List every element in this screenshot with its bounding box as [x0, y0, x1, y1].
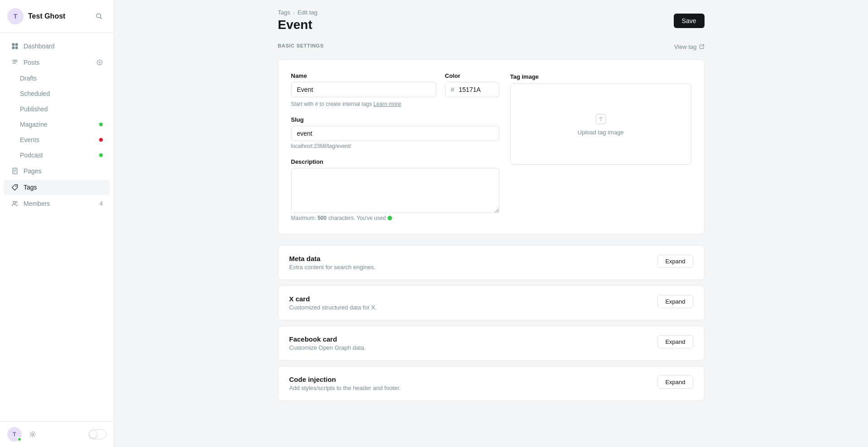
add-post-icon — [96, 59, 103, 66]
breadcrumb-current: Edit tag — [297, 9, 317, 16]
slug-group: Slug — [291, 116, 499, 141]
meta-title: Meta data — [289, 255, 376, 262]
sidebar-item-scheduled[interactable]: Scheduled — [13, 86, 110, 101]
sidebar-item-label: Posts — [24, 59, 39, 66]
facebook-card: Facebook card Customize Open Graph data.… — [278, 326, 705, 361]
sidebar-item-label: Magazine — [20, 121, 48, 128]
members-icon — [11, 200, 19, 208]
char-max-label: Maximum: 500 — [291, 215, 327, 221]
sidebar-item-label: Podcast — [20, 152, 43, 159]
external-link-icon — [699, 44, 705, 49]
learn-more-link[interactable]: Learn more — [374, 101, 401, 107]
podcast-badge — [99, 153, 103, 157]
sidebar-item-label: Published — [20, 105, 48, 113]
svg-rect-1 — [12, 43, 15, 46]
description-section: Description Maximum: 500 characters. You… — [291, 158, 499, 221]
meta-desc: Extra content for search engines. — [289, 264, 376, 271]
name-input[interactable] — [291, 82, 436, 97]
tag-image-upload[interactable]: Upload tag image — [510, 83, 691, 165]
tag-image-label: Tag image — [510, 73, 539, 80]
xcard-desc: Customized structured data for X. — [289, 304, 377, 311]
name-group: Name — [291, 72, 436, 97]
sidebar-header: Test Ghost T Test Ghost — [0, 0, 114, 33]
toggle-switch[interactable] — [88, 429, 106, 439]
description-input[interactable] — [291, 168, 499, 213]
main-content: Tags › Edit tag Event Save BASIC SETTING… — [114, 0, 868, 447]
breadcrumb-tags-link[interactable]: Tags — [278, 9, 290, 16]
search-button[interactable] — [92, 9, 106, 24]
char-hint-text: characters. You've used — [328, 215, 386, 221]
tags-icon — [11, 183, 19, 191]
xcard-title: X card — [289, 295, 377, 303]
svg-point-10 — [32, 433, 34, 435]
events-badge — [99, 138, 103, 142]
code-desc: Add styles/scripts to the header and foo… — [289, 385, 401, 391]
name-hint: Start with # to create internal tags Lea… — [291, 101, 499, 107]
code-injection-card: Code injection Add styles/scripts to the… — [278, 366, 705, 401]
color-label: Color — [445, 72, 499, 79]
xcard-card: X card Customized structured data for X.… — [278, 285, 705, 320]
expandable-sections: Meta data Extra content for search engin… — [278, 245, 705, 401]
desc-label: Description — [291, 158, 499, 165]
sidebar-item-members[interactable]: Members 4 — [4, 196, 110, 211]
avatar: Test Ghost T — [7, 8, 24, 24]
code-title: Code injection — [289, 376, 401, 383]
upload-icon — [595, 113, 607, 125]
color-group: Color # — [445, 72, 499, 97]
svg-rect-3 — [12, 47, 15, 49]
color-hash: # — [446, 82, 458, 97]
settings-button[interactable] — [25, 427, 40, 442]
upload-label: Upload tag image — [578, 129, 624, 136]
posts-icon — [11, 58, 19, 67]
sidebar-item-drafts[interactable]: Drafts — [13, 71, 110, 86]
basic-settings-card: Name Color # Start wit — [278, 59, 705, 234]
char-count: Maximum: 500 characters. You've used — [291, 215, 499, 221]
sidebar-item-tags[interactable]: Tags — [4, 180, 110, 195]
toggle-knob — [89, 430, 97, 438]
sidebar-item-posts[interactable]: Posts — [4, 55, 110, 70]
sidebar-item-label: Dashboard — [24, 43, 55, 50]
sidebar-item-published[interactable]: Published — [13, 102, 110, 116]
members-count: 4 — [100, 200, 103, 207]
sidebar-item-label: Members — [24, 200, 50, 207]
sidebar-item-dashboard[interactable]: Dashboard — [4, 38, 110, 54]
color-input[interactable] — [458, 82, 494, 97]
slug-section: Slug localhost:2368/tag/event/ — [291, 116, 499, 149]
svg-point-7 — [15, 185, 16, 186]
section-label-basic: BASIC SETTINGS — [278, 43, 324, 48]
online-indicator — [17, 437, 22, 442]
tag-image-section: Tag image Upload tag image — [510, 72, 691, 221]
app-title: Test Ghost — [28, 12, 65, 20]
breadcrumb: Tags › Edit tag — [278, 9, 318, 16]
color-input-wrap: # — [445, 82, 499, 97]
slug-input[interactable] — [291, 126, 499, 141]
topbar: Tags › Edit tag Event Save — [278, 0, 705, 39]
sidebar-item-label: Drafts — [20, 75, 37, 82]
svg-point-9 — [16, 201, 17, 203]
facebook-expand-button[interactable]: Expand — [657, 335, 693, 348]
svg-rect-4 — [15, 47, 18, 49]
sidebar-item-label: Events — [20, 136, 39, 143]
view-tag-link[interactable]: View tag — [674, 43, 705, 50]
slug-label: Slug — [291, 116, 499, 123]
magazine-badge — [99, 123, 103, 126]
sidebar-item-magazine[interactable]: Magazine — [13, 117, 110, 132]
xcard-expand-button[interactable]: Expand — [657, 295, 693, 308]
sidebar-item-label: Pages — [24, 167, 42, 175]
desc-group: Description — [291, 158, 499, 213]
sidebar-item-events[interactable]: Events — [13, 133, 110, 147]
sidebar-item-podcast[interactable]: Podcast — [13, 148, 110, 162]
sidebar-footer: T — [0, 421, 114, 447]
svg-point-8 — [13, 201, 15, 204]
code-expand-button[interactable]: Expand — [657, 376, 693, 389]
dashboard-icon — [11, 42, 19, 50]
pages-icon — [11, 167, 19, 175]
char-dot — [388, 216, 392, 220]
sidebar-item-pages[interactable]: Pages — [4, 163, 110, 179]
save-button[interactable]: Save — [674, 14, 705, 28]
breadcrumb-separator: › — [293, 10, 295, 16]
meta-data-card: Meta data Extra content for search engin… — [278, 245, 705, 280]
meta-expand-button[interactable]: Expand — [657, 255, 693, 268]
slug-hint: localhost:2368/tag/event/ — [291, 143, 499, 149]
user-avatar[interactable]: T — [7, 427, 22, 442]
